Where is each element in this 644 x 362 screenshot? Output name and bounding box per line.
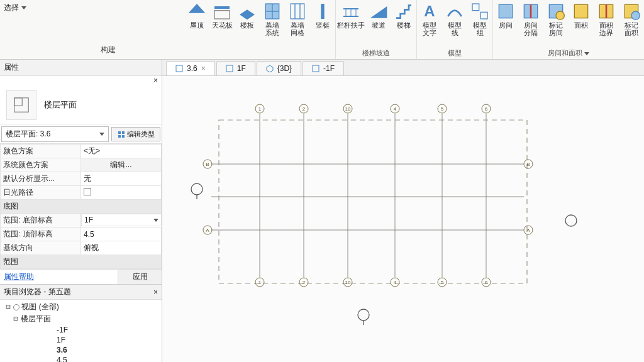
svg-rect-31 [14, 97, 23, 106]
model-group-icon [470, 3, 490, 20]
room-icon [496, 3, 516, 20]
ceiling-icon [212, 3, 232, 20]
properties-table: 颜色方案 <无> 系统颜色方案 编辑... 默认分析显示... 无 日光路径 底… [0, 144, 162, 269]
ribbon-room-separator[interactable]: 房间 分隔 [518, 0, 543, 48]
area-icon [571, 3, 591, 20]
svg-rect-39 [313, 65, 319, 72]
ribbon-ceiling[interactable]: 天花板 [209, 0, 235, 48]
instance-header: 楼层平面: 3.6 编辑类型 [0, 125, 162, 144]
ribbon-curtain-grid[interactable]: 幕墙 网格 [285, 0, 310, 48]
crop-region[interactable] [219, 120, 527, 283]
svg-text:B: B [206, 162, 209, 167]
section-mark-right[interactable] [565, 215, 577, 226]
svg-text:A: A [206, 228, 209, 233]
svg-rect-10 [321, 4, 324, 19]
prop-row-range-base: 范围: 底部标高 1F [1, 214, 162, 228]
tab-3.6[interactable]: 3.6 × [166, 61, 215, 75]
tab-minus1F[interactable]: -1F [303, 61, 344, 75]
select-dropdown[interactable]: 选择 [0, 0, 32, 16]
ribbon-curtain-system[interactable]: 幕墙 系统 [260, 0, 285, 48]
chevron-down-icon [584, 52, 589, 55]
group-model-label: 模型 [417, 48, 492, 58]
instance-combo[interactable]: 楼层平面: 3.6 [1, 126, 109, 142]
tree-level-3.6[interactable]: 3.6 [3, 345, 159, 355]
ribbon-area[interactable]: 面积 [569, 0, 594, 48]
prop-value-underlay-orient[interactable]: 俯视 [81, 241, 162, 255]
svg-rect-19 [480, 12, 487, 19]
close-icon[interactable]: × [153, 288, 158, 297]
svg-marker-16 [370, 6, 387, 18]
section-mark-bottom[interactable] [358, 309, 369, 321]
tree-root-views[interactable]: ⊟ 视图 (全部) [3, 301, 159, 313]
ribbon-area-boundary[interactable]: 面积 边界 [594, 0, 619, 48]
group-circulation-label: 楼梯坡道 [336, 48, 416, 58]
prop-label: 范围: 底部标高 [1, 214, 81, 228]
edit-type-button[interactable]: 编辑类型 [111, 127, 160, 141]
room-sep-icon [521, 3, 541, 20]
svg-rect-33 [122, 131, 125, 134]
tree-floor-plans[interactable]: ⊟ 楼层平面 [3, 313, 159, 325]
svg-rect-30 [14, 97, 29, 112]
ribbon-floor[interactable]: 楼板 [235, 0, 260, 48]
svg-text:A: A [424, 3, 435, 19]
tag-area-icon [621, 3, 641, 20]
left-column: 属性 × 楼层平面 楼层平面: 3.6 编辑类型 颜色方案 <无> [0, 60, 162, 362]
properties-close-row: × [0, 76, 162, 85]
floorplan-icon [12, 96, 31, 114]
tab-1F[interactable]: 1F [216, 61, 255, 75]
tree-level--1F[interactable]: -1F [3, 325, 159, 335]
ribbon-tag-area[interactable]: 标记 面积 [619, 0, 644, 48]
prop-row-sun-path: 日光路径 [1, 186, 162, 200]
prop-value-range-base[interactable]: 1F [81, 214, 162, 226]
prop-value-range-top[interactable]: 4.5 [81, 228, 162, 241]
ribbon-model-line[interactable]: 模型 线 [442, 0, 467, 48]
3d-view-icon [266, 65, 274, 72]
ribbon-railing[interactable]: 栏杆扶手 [336, 0, 366, 48]
svg-rect-2 [214, 11, 230, 19]
main-area: 属性 × 楼层平面 楼层平面: 3.6 编辑类型 颜色方案 <无> [0, 60, 644, 362]
section-mark-left[interactable] [191, 184, 203, 195]
canvas[interactable]: 11221010445566 BBAA [162, 76, 644, 362]
ribbon-mullion[interactable]: 竖梃 [310, 0, 335, 48]
instance-name: 楼层平面: 3.6 [6, 129, 50, 140]
tree-level-1F[interactable]: 1F [3, 335, 159, 345]
type-selector[interactable]: 楼层平面 [0, 85, 162, 125]
close-icon[interactable]: × [153, 76, 158, 85]
tree-level-4.5[interactable]: 4.5 [3, 355, 159, 362]
tab-close-icon[interactable]: × [201, 64, 206, 73]
railing-icon [341, 3, 361, 20]
prop-value-sun-path[interactable] [81, 186, 162, 200]
prop-value-color-scheme[interactable]: <无> [81, 145, 162, 158]
ribbon-ramp[interactable]: 坡道 [366, 0, 391, 48]
prop-row-color-scheme: 颜色方案 <无> [1, 145, 162, 158]
apply-button[interactable]: 应用 [118, 270, 162, 284]
svg-text:6: 6 [485, 106, 488, 112]
plan-view-icon [226, 65, 233, 72]
properties-title: 属性 [4, 62, 19, 73]
svg-rect-25 [574, 4, 587, 18]
ribbon-stair[interactable]: 楼梯 [391, 0, 416, 48]
prop-value-sys-color[interactable]: 编辑... [81, 158, 162, 172]
ribbon-room[interactable]: 房间 [493, 0, 518, 48]
project-browser-title: 项目浏览器 - 第五题 [4, 287, 71, 297]
tag-room-icon [546, 3, 566, 20]
ribbon-roof[interactable]: 屋顶 [184, 0, 209, 48]
svg-text:10: 10 [345, 280, 351, 285]
prop-value-default-analysis[interactable]: 无 [81, 172, 162, 186]
group-room-area-label: 房间和面积 [493, 48, 644, 58]
svg-rect-32 [118, 131, 121, 134]
svg-point-29 [631, 11, 640, 19]
drawing-area: 3.6 × 1F {3D} -1F 11221010445566 [162, 60, 644, 362]
ribbon-tag-room[interactable]: 标记 房间 [543, 0, 569, 48]
ribbon-group-room-area: 房间 房间 分隔 标记 房间 面积 面积 边界 标记 面积 房间和面积 [493, 0, 644, 59]
tab-3d[interactable]: {3D} [257, 61, 301, 75]
model-text-icon: A [419, 3, 440, 20]
view-tabs: 3.6 × 1F {3D} -1F [162, 60, 644, 76]
ribbon-model-text[interactable]: A 模型 文字 [417, 0, 442, 48]
ribbon-model-group[interactable]: 模型 组 [467, 0, 492, 48]
properties-help-link[interactable]: 属性帮助 [0, 270, 118, 284]
roof-icon [187, 3, 207, 20]
plan-svg: 11221010445566 BBAA [162, 76, 644, 362]
ribbon-group-circulation: 栏杆扶手 坡道 楼梯 楼梯坡道 [336, 0, 417, 59]
checkbox-icon[interactable] [84, 188, 91, 195]
